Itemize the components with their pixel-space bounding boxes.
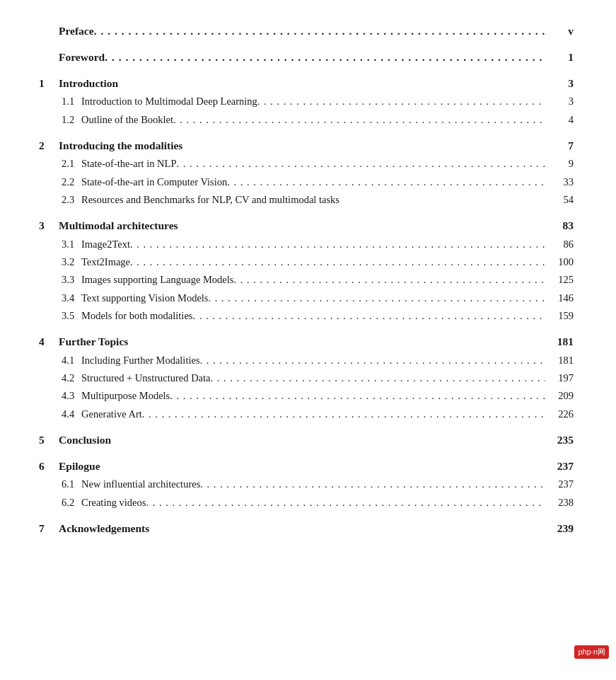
chapter-title: Introducing the modalities: [59, 136, 182, 155]
chapter-page: 3: [545, 74, 574, 93]
section-number: 4.2: [62, 369, 81, 387]
toc-dots: [142, 405, 545, 423]
section-page: 9: [545, 155, 574, 173]
toc-dots: [211, 369, 545, 387]
toc-dots: [200, 352, 545, 369]
section-number: 4.3: [62, 387, 81, 405]
section-number: 2.1: [62, 155, 81, 173]
section-number: 3.2: [62, 253, 81, 271]
watermark: php·n网: [574, 645, 609, 659]
toc-dots: [177, 155, 546, 173]
table-of-contents: PrefacevForeword11Introduction31.1Introd…: [39, 21, 574, 538]
toc-section-row: 2.1State-of-the-art in NLP9: [39, 155, 574, 173]
chapter-number: 4: [39, 332, 59, 351]
toc-spacer: [39, 67, 574, 74]
chapter-page: 1: [545, 47, 574, 67]
chapter-number: 7: [39, 519, 59, 538]
section-title: Introduction to Multimodal Deep Learning: [81, 93, 257, 110]
section-number: 6.2: [62, 494, 81, 512]
toc-chapter-row: Foreword1: [39, 47, 574, 67]
toc-section-row: 3.3Images supporting Language Models125: [39, 271, 574, 289]
chapter-page: 237: [545, 456, 574, 476]
section-title: Text supporting Vision Models: [81, 289, 209, 307]
toc-dots: [227, 173, 545, 191]
toc-spacer: [39, 325, 574, 332]
toc-dots: [170, 387, 545, 405]
toc-dots: [192, 307, 545, 325]
section-title: State-of-the-art in Computer Vision: [81, 173, 227, 191]
toc-dots: [209, 289, 545, 307]
section-title: Structured + Unstructured Data: [81, 369, 211, 387]
toc-section-row: 6.1New influential architectures237: [39, 476, 574, 493]
section-page: 54: [545, 191, 574, 209]
section-title: Multipurpose Models: [81, 387, 170, 405]
section-title: Outline of the Booklet: [81, 111, 173, 129]
toc-chapter-row: 2Introducing the modalities7: [39, 136, 574, 155]
toc-section-row: 6.2Creating videos238: [39, 494, 574, 512]
section-title: Text2Image: [81, 253, 130, 271]
toc-dots: [146, 494, 545, 512]
section-number: 2.3: [62, 191, 81, 209]
chapter-number: 2: [39, 136, 59, 155]
toc-spacer: [39, 449, 574, 456]
toc-spacer: [39, 512, 574, 519]
toc-dots: [257, 93, 545, 110]
section-page: 100: [545, 253, 574, 271]
section-page: 209: [545, 387, 574, 405]
toc-spacer: [39, 40, 574, 47]
section-page: 197: [545, 369, 574, 387]
toc-spacer: [39, 209, 574, 216]
toc-section-row: 2.2State-of-the-art in Computer Vision33: [39, 173, 574, 191]
section-number: 4.4: [62, 405, 81, 423]
section-number: 6.1: [62, 476, 81, 493]
chapter-title: Conclusion: [59, 430, 111, 449]
section-number: 3.5: [62, 307, 81, 325]
chapter-page: 181: [545, 332, 574, 351]
chapter-page: 7: [545, 136, 574, 155]
toc-chapter-row: 5Conclusion235: [39, 430, 574, 449]
section-title: Resources and Benchmarks for NLP, CV and…: [81, 191, 339, 209]
toc-chapter-row: 7Acknowledgements239: [39, 519, 574, 538]
section-number: 2.2: [62, 173, 81, 191]
chapter-page: v: [545, 21, 574, 40]
chapter-title: Foreword: [59, 47, 105, 67]
toc-section-row: 2.3Resources and Benchmarks for NLP, CV …: [39, 191, 574, 209]
toc-chapter-row: 3Multimodal architectures83: [39, 216, 574, 235]
toc-section-row: 1.2Outline of the Booklet4: [39, 111, 574, 129]
toc-dots: [130, 236, 545, 253]
section-number: 3.1: [62, 236, 81, 253]
toc-section-row: 4.1Including Further Modalities181: [39, 352, 574, 369]
section-number: 3.4: [62, 289, 81, 307]
section-page: 3: [545, 93, 574, 110]
section-title: State-of-the-art in NLP: [81, 155, 177, 173]
section-number: 4.1: [62, 352, 81, 369]
section-title: New influential architectures: [81, 476, 200, 493]
chapter-number: 5: [39, 430, 59, 449]
chapter-title: Preface: [59, 21, 94, 40]
toc-dots: [130, 253, 545, 271]
section-title: Image2Text: [81, 236, 130, 253]
toc-chapter-row: 1Introduction3: [39, 74, 574, 93]
section-title: Images supporting Language Models: [81, 271, 233, 289]
section-title: Including Further Modalities: [81, 352, 200, 369]
toc-spacer: [39, 129, 574, 136]
toc-section-row: 4.3Multipurpose Models209: [39, 387, 574, 405]
chapter-number: 3: [39, 216, 59, 235]
section-title: Generative Art: [81, 405, 142, 423]
section-page: 86: [545, 236, 574, 253]
chapter-title: Multimodal architectures: [59, 216, 178, 235]
section-page: 125: [545, 271, 574, 289]
section-number: 3.3: [62, 271, 81, 289]
chapter-page: 239: [545, 519, 574, 538]
chapter-title: Further Topics: [59, 332, 128, 351]
section-title: Creating videos: [81, 494, 146, 512]
chapter-number: 1: [39, 74, 59, 93]
section-page: 237: [545, 476, 574, 493]
toc-section-row: 3.2Text2Image100: [39, 253, 574, 271]
chapter-title: Introduction: [59, 74, 118, 93]
toc-dots: [200, 476, 545, 493]
toc-section-row: 4.4Generative Art226: [39, 405, 574, 423]
section-page: 146: [545, 289, 574, 307]
section-title: Models for both modalities: [81, 307, 192, 325]
toc-dots: [233, 271, 545, 289]
